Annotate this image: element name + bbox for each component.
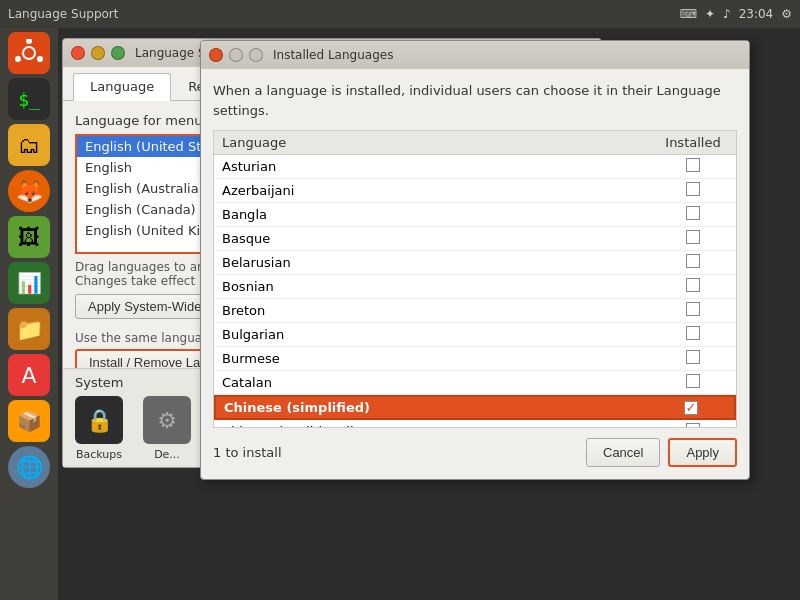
taskbar: Language Support ⌨ ✦ ♪ 23:04 ⚙ — [0, 0, 800, 28]
table-row[interactable]: Chinese (traditional) — [214, 420, 736, 428]
power-icon: ⚙ — [781, 7, 792, 21]
checkbox-azerbaijani[interactable] — [686, 182, 700, 196]
table-header: Language Installed — [214, 131, 736, 155]
checkbox-bulgarian[interactable] — [686, 326, 700, 340]
dialog-min-button[interactable] — [229, 48, 243, 62]
calc-icon: 📊 — [17, 271, 42, 295]
firefox-icon: 🦊 — [16, 179, 43, 204]
tab-language[interactable]: Language — [73, 73, 171, 101]
apply-system-wide-button[interactable]: Apply System-Wide — [75, 294, 214, 319]
checkbox-basque[interactable] — [686, 230, 700, 244]
clock: 23:04 — [739, 7, 774, 21]
close-button[interactable] — [71, 46, 85, 60]
gear-settings-icon: ⚙ — [157, 408, 177, 433]
table-row[interactable]: Asturian — [214, 155, 736, 179]
table-row[interactable]: Breton — [214, 299, 736, 323]
sidebar-item-appstore[interactable]: A — [8, 354, 50, 396]
language-table[interactable]: Language Installed Asturian Azerbaijani … — [213, 130, 737, 428]
footer-buttons: Cancel Apply — [586, 438, 737, 467]
dialog-close-button[interactable] — [209, 48, 223, 62]
checkbox-bosnian[interactable] — [686, 278, 700, 292]
table-row[interactable]: Burmese — [214, 347, 736, 371]
taskbar-title: Language Support — [8, 7, 118, 21]
sidebar-item-amazon[interactable]: 📦 — [8, 400, 50, 442]
dialog-body: When a language is installed, individual… — [201, 69, 749, 479]
table-row[interactable]: Bulgarian — [214, 323, 736, 347]
checkbox-chinese-simplified[interactable]: ✓ — [684, 401, 698, 415]
dialog-info: When a language is installed, individual… — [213, 81, 737, 120]
sidebar-item-files[interactable]: 🗂 — [8, 124, 50, 166]
table-row[interactable]: Azerbaijani — [214, 179, 736, 203]
sidebar: $_ 🗂 🦊 🖼 📊 📁 A 📦 🌐 — [0, 28, 58, 600]
lock-icon: 🔒 — [86, 408, 113, 433]
col-header-installed: Installed — [658, 135, 728, 150]
checkbox-chinese-traditional[interactable] — [686, 423, 700, 428]
terminal-icon: $_ — [18, 89, 40, 110]
checkbox-breton[interactable] — [686, 302, 700, 316]
bluetooth-icon: ✦ — [705, 7, 715, 21]
amazon-icon: 📦 — [17, 409, 42, 433]
table-row-chinese-simplified[interactable]: Chinese (simplified) ✓ — [214, 395, 736, 420]
checkbox-catalan[interactable] — [686, 374, 700, 388]
svg-point-3 — [37, 56, 43, 62]
sidebar-item-terminal[interactable]: $_ — [8, 78, 50, 120]
col-header-language: Language — [222, 135, 658, 150]
backups-icon-item[interactable]: 🔒 Backups — [75, 396, 123, 461]
checkbox-asturian[interactable] — [686, 158, 700, 172]
sidebar-item-calc[interactable]: 📊 — [8, 262, 50, 304]
cancel-button[interactable]: Cancel — [586, 438, 660, 467]
install-count: 1 to install — [213, 445, 282, 460]
sidebar-item-ubuntu[interactable] — [8, 32, 50, 74]
svg-point-0 — [17, 41, 41, 65]
dialog-titlebar: Installed Languages — [201, 41, 749, 69]
folder-icon: 📁 — [16, 317, 43, 342]
backups-icon-box: 🔒 — [75, 396, 123, 444]
table-row[interactable]: Bangla — [214, 203, 736, 227]
details-icon-item[interactable]: ⚙ De... — [143, 396, 191, 461]
taskbar-left: Language Support — [8, 7, 118, 21]
dialog-title: Installed Languages — [273, 48, 393, 62]
checkbox-burmese[interactable] — [686, 350, 700, 364]
sidebar-item-system[interactable]: 🌐 — [8, 446, 50, 488]
files-icon: 🗂 — [18, 133, 40, 158]
table-row[interactable]: Bosnian — [214, 275, 736, 299]
minimize-button[interactable] — [91, 46, 105, 60]
table-row[interactable]: Belarusian — [214, 251, 736, 275]
volume-icon: ♪ — [723, 7, 731, 21]
svg-point-4 — [15, 56, 21, 62]
dialog-max-button[interactable] — [249, 48, 263, 62]
dialog-footer: 1 to install Cancel Apply — [213, 438, 737, 467]
table-row[interactable]: Basque — [214, 227, 736, 251]
apply-button[interactable]: Apply — [668, 438, 737, 467]
taskbar-right: ⌨ ✦ ♪ 23:04 ⚙ — [680, 7, 792, 21]
photos-icon: 🖼 — [18, 225, 40, 250]
keyboard-icon: ⌨ — [680, 7, 697, 21]
checkbox-bangla[interactable] — [686, 206, 700, 220]
checkbox-belarusian[interactable] — [686, 254, 700, 268]
system-icon: 🌐 — [16, 455, 43, 480]
maximize-button[interactable] — [111, 46, 125, 60]
table-row[interactable]: Catalan — [214, 371, 736, 395]
sidebar-item-photos[interactable]: 🖼 — [8, 216, 50, 258]
details-icon-box: ⚙ — [143, 396, 191, 444]
appstore-icon: A — [21, 363, 36, 388]
sidebar-item-firefox[interactable]: 🦊 — [8, 170, 50, 212]
sidebar-item-folders[interactable]: 📁 — [8, 308, 50, 350]
installed-languages-dialog: Installed Languages When a language is i… — [200, 40, 750, 480]
